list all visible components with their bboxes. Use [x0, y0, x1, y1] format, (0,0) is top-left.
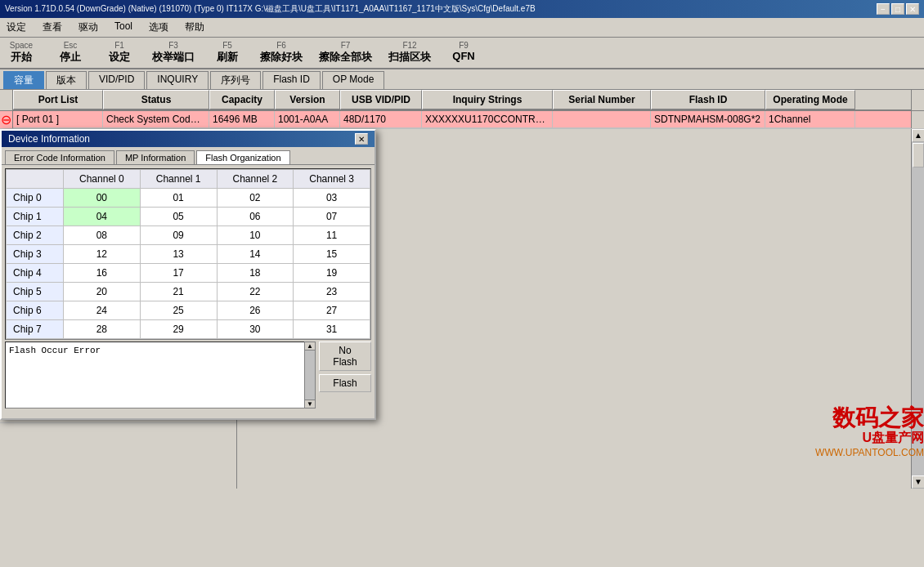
chip-label: Chip 2 [7, 226, 64, 245]
flash-button[interactable]: Flash [319, 374, 371, 392]
scroll-up-btn[interactable]: ▲ [912, 129, 924, 142]
chip-cell: 17 [140, 264, 217, 283]
chip-label: Chip 5 [7, 283, 64, 301]
chip-cell: 21 [140, 283, 217, 301]
col-ch3-header: Channel 3 [294, 170, 370, 189]
chip-cell: 13 [140, 245, 217, 264]
port01-version: 1001-A0AA [275, 111, 340, 127]
col-vidpid: USB VID/PID [340, 90, 422, 109]
chip-cell: 30 [217, 320, 294, 339]
scroll-thumb[interactable] [913, 143, 924, 167]
tab-flash-org[interactable]: Flash Organization [196, 150, 289, 164]
chip-cell: 08 [64, 226, 141, 245]
title-bar: Version 1.71D.0.54 (DownGrade) (Native) … [0, 0, 924, 18]
col-ch0-header: Channel 0 [64, 170, 141, 189]
toolbar-btn-停止[interactable]: Esc停止 [54, 41, 87, 65]
port01-data: [ Port 01 ] Check System Code 73C,719 16… [13, 111, 911, 128]
toolbar-btn-开始[interactable]: Space开始 [5, 41, 38, 65]
menu-item-选项[interactable]: 选项 [146, 20, 172, 35]
col-ch1-header: Channel 1 [140, 170, 217, 189]
tab-序列号[interactable]: 序列号 [210, 71, 261, 89]
col-chip-header [7, 170, 64, 189]
toolbar-btn-擦除全部块[interactable]: F7擦除全部块 [319, 41, 372, 65]
chip-cell: 23 [294, 283, 370, 301]
minimize-button[interactable]: − [877, 3, 890, 15]
dialog-body: Channel 0 Channel 1 Channel 2 Channel 3 … [2, 165, 375, 418]
error-icon: ⊖ [1, 112, 11, 127]
column-headers: Port List Status Capacity Version USB VI… [13, 90, 911, 110]
toolbar-btn-刷新[interactable]: F5刷新 [211, 41, 244, 65]
chip-cell: 25 [140, 301, 217, 320]
menu-item-驱动[interactable]: 驱动 [75, 20, 101, 35]
chip-cell: 15 [294, 245, 370, 264]
maximize-button[interactable]: □ [891, 3, 904, 15]
port01-status: Check System Code 73C,719 [103, 111, 209, 127]
window-controls: − □ ✕ [877, 3, 919, 15]
port01-name: [ Port 01 ] [13, 111, 103, 127]
tab-mp-info[interactable]: MP Information [116, 150, 195, 164]
no-flash-button[interactable]: No Flash [319, 342, 371, 371]
menu-item-设定[interactable]: 设定 [3, 20, 29, 35]
chip-cell: 22 [217, 283, 294, 301]
data-row-port01[interactable]: ⊖ [ Port 01 ] Check System Code 73C,719 … [0, 111, 924, 129]
tab-版本[interactable]: 版本 [46, 71, 87, 89]
tab-容量[interactable]: 容量 [3, 71, 44, 89]
tab-Flash ID[interactable]: Flash ID [262, 71, 321, 89]
chip-cell: 05 [140, 208, 217, 226]
tab-INQUIRY[interactable]: INQUIRY [146, 71, 209, 89]
dialog-title-text: Device Information [8, 133, 90, 145]
col-status: Status [103, 90, 209, 109]
tab-error-code[interactable]: Error Code Information [5, 150, 114, 164]
tab-bar: 容量版本VID/PIDINQUIRY序列号Flash IDOP Mode [0, 69, 924, 90]
watermark-line3: WWW.UPANTOOL.COM [760, 447, 924, 458]
port01-opmode: 1Channel [765, 111, 855, 127]
tab-OP Mode[interactable]: OP Mode [322, 71, 384, 89]
menu-item-帮助[interactable]: 帮助 [182, 20, 208, 35]
chip-cell: 02 [217, 189, 294, 208]
toolbar-btn-擦除好块[interactable]: F6擦除好块 [260, 41, 303, 65]
table-header-row: Port List Status Capacity Version USB VI… [0, 90, 924, 111]
chip-cell: 29 [140, 320, 217, 339]
port01-capacity: 16496 MB [209, 111, 275, 127]
err-scroll-down[interactable]: ▼ [305, 400, 315, 408]
chip-label: Chip 3 [7, 245, 64, 264]
port01-vidpid: 48D/1170 [340, 111, 422, 127]
chip-cell: 07 [294, 208, 370, 226]
err-scroll-up[interactable]: ▲ [305, 342, 315, 350]
chip-cell: 11 [294, 226, 370, 245]
error-log-text: Flash Occur Error [9, 346, 101, 355]
chip-cell: 24 [64, 301, 141, 320]
dialog-close-button[interactable]: ✕ [355, 133, 368, 145]
chip-cell: 00 [64, 189, 141, 208]
watermark: 数码之家 U盘量产网 WWW.UPANTOOL.COM [760, 407, 924, 489]
chip-cell: 26 [217, 301, 294, 320]
col-flashid: Flash ID [651, 90, 765, 109]
error-log-scrollbar[interactable]: ▲ ▼ [304, 342, 316, 409]
col-portlist: Port List [13, 90, 103, 109]
chip-cell: 16 [64, 264, 141, 283]
chip-cell: 31 [294, 320, 370, 339]
col-ch2-header: Channel 2 [217, 170, 294, 189]
flash-table-container: Channel 0 Channel 1 Channel 2 Channel 3 … [5, 168, 371, 340]
col-version: Version [275, 90, 340, 109]
dialog-title-bar: Device Information ✕ [2, 131, 375, 147]
toolbar-btn-QFN[interactable]: F9QFN [447, 41, 480, 65]
dialog-bottom: Flash Occur Error ▲ ▼ No Flash Flash [5, 342, 371, 415]
chip-cell: 09 [140, 226, 217, 245]
chip-label: Chip 4 [7, 264, 64, 283]
chip-cell: 14 [217, 245, 294, 264]
tab-VID/PID[interactable]: VID/PID [88, 71, 145, 89]
close-button[interactable]: ✕ [906, 3, 919, 15]
chip-label: Chip 0 [7, 189, 64, 208]
err-scroll-track [305, 350, 315, 400]
menu-item-查看[interactable]: 查看 [39, 20, 65, 35]
chip-cell: 20 [64, 283, 141, 301]
chip-cell: 10 [217, 226, 294, 245]
toolbar-btn-校举端口[interactable]: F3校举端口 [152, 41, 195, 65]
toolbar-btn-扫描区块[interactable]: F12扫描区块 [388, 41, 431, 65]
flash-org-table: Channel 0 Channel 1 Channel 2 Channel 3 … [6, 169, 370, 339]
toolbar-btn-设定[interactable]: F1设定 [103, 41, 136, 65]
col-capacity: Capacity [209, 90, 275, 109]
chip-cell: 03 [294, 189, 370, 208]
menu-item-Tool[interactable]: Tool [111, 20, 136, 35]
